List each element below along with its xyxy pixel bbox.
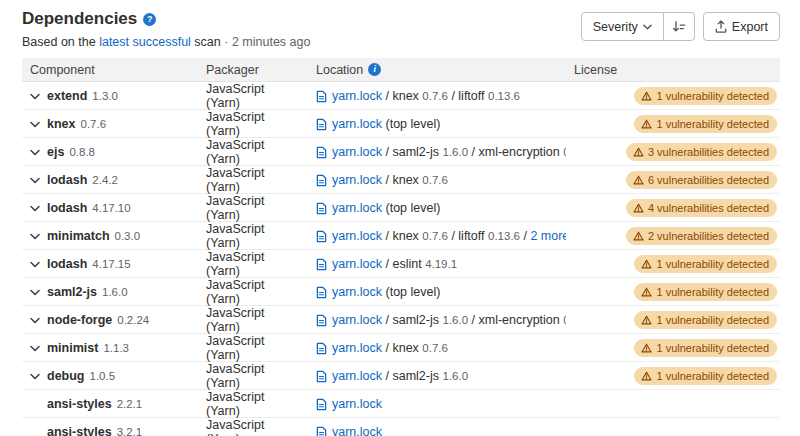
location-cell: yarn.lock / saml2-js 1.6.0 [308,369,566,383]
sort-direction-button[interactable] [663,12,695,41]
lockfile-icon [316,342,327,355]
packager-cell: JavaScript (Yarn) [198,110,308,138]
column-header-location: Location i [308,63,566,77]
expand-chevron-icon[interactable] [30,258,42,270]
packager-label: JavaScript (Yarn) [206,362,300,390]
lockfile-icon [316,370,327,383]
expand-chevron-icon[interactable] [30,230,42,242]
packager-cell: JavaScript (Yarn) [198,138,308,166]
dependency-path-name: saml2-js [392,369,439,383]
lockfile-link[interactable]: yarn.lock [332,229,382,243]
lockfile-link[interactable]: yarn.lock [332,257,382,271]
expand-chevron-icon[interactable] [30,314,42,326]
lockfile-link[interactable]: yarn.lock [332,145,382,159]
help-question-icon[interactable]: ? [143,13,156,26]
vulnerability-badge: 1 vulnerability detected [634,87,777,105]
expand-chevron-icon[interactable] [30,370,42,382]
lockfile-link[interactable]: yarn.lock [332,89,382,103]
lockfile-link[interactable]: yarn.lock [332,117,382,131]
path-separator: / [468,313,478,327]
export-button[interactable]: Export [703,12,780,41]
location-cell: yarn.lock / knex 0.7.6 [308,341,566,355]
dependency-path-name: knex [392,173,418,187]
table-row: lodash 4.17.15 JavaScript (Yarn) yarn.lo… [22,250,780,278]
vulnerability-cell: 1 vulnerability detected [686,311,780,329]
warning-triangle-icon [633,203,644,213]
vulnerability-badge: 1 vulnerability detected [634,339,777,357]
dependency-path-name: saml2-js [392,313,439,327]
vulnerability-badge: 1 vulnerability detected [634,311,777,329]
location-cell: yarn.lock / saml2-js 1.6.0 / xml-encrypt… [308,145,566,159]
column-header-component: Component [22,63,198,77]
component-name: ejs [47,145,64,159]
vulnerability-cell: 6 vulnerabilities detected [686,171,780,189]
lockfile-link[interactable]: yarn.lock [332,397,382,411]
packager-cell: JavaScript (Yarn) [198,82,308,110]
packager-label: JavaScript (Yarn) [206,418,300,436]
dependency-path-name: xml-encryption [478,145,559,159]
expand-chevron-icon[interactable] [30,118,42,130]
vulnerability-badge-label: 1 vulnerability detected [656,368,769,384]
severity-dropdown-button[interactable]: Severity [581,12,664,41]
lockfile-link[interactable]: yarn.lock [332,341,382,355]
path-separator: / [468,145,478,159]
warning-triangle-icon [641,371,652,381]
lockfile-icon [316,230,327,243]
vulnerability-badge: 4 vulnerabilities detected [626,199,777,217]
export-button-label: Export [732,20,768,34]
path-separator: / [382,341,392,355]
vulnerability-cell: 3 vulnerabilities detected [686,143,780,161]
warning-triangle-icon [641,259,652,269]
lockfile-link[interactable]: yarn.lock [332,201,382,215]
location-path: yarn.lock / eslint 4.19.1 [332,257,457,271]
expand-chevron-icon[interactable] [30,174,42,186]
location-path: yarn.lock / knex 0.7.6 / liftoff 0.13.6 … [332,229,566,243]
component-name: lodash [47,201,87,215]
dependency-path-version: 1.6.0 [442,370,468,382]
location-path: yarn.lock / saml2-js 1.6.0 [332,369,468,383]
location-cell: yarn.lock (top level) [308,201,566,215]
location-info-icon[interactable]: i [368,63,381,76]
component-cell: lodash 2.4.2 [22,173,198,187]
component-name: ansi-styles [47,425,112,436]
latest-successful-scan-link[interactable]: latest successful [99,35,191,49]
expand-chevron-icon[interactable] [30,286,42,298]
lockfile-link[interactable]: yarn.lock [332,369,382,383]
table-row: extend 1.3.0 JavaScript (Yarn) yarn.lock… [22,82,780,110]
vulnerability-badge-label: 1 vulnerability detected [656,284,769,300]
lockfile-link[interactable]: yarn.lock [332,285,382,299]
path-separator: / [382,257,392,271]
component-cell: minimist 1.1.3 [22,341,198,355]
location-path: yarn.lock [332,397,382,411]
location-path: yarn.lock (top level) [332,117,440,131]
component-cell: saml2-js 1.6.0 [22,285,198,299]
vulnerability-badge-label: 1 vulnerability detected [656,256,769,272]
location-note: (top level) [386,117,441,131]
vulnerability-badge: 1 vulnerability detected [634,255,777,273]
expand-chevron-icon[interactable] [30,202,42,214]
more-locations-link[interactable]: 2 more [530,229,566,243]
component-name: saml2-js [47,285,97,299]
location-cell: yarn.lock / knex 0.7.6 [308,173,566,187]
lockfile-link[interactable]: yarn.lock [332,173,382,187]
component-version: 1.1.3 [103,342,129,354]
dependency-path-version: 0.7.6 [422,230,448,242]
subtitle-prefix: Based on the [22,35,96,49]
location-cell: yarn.lock (top level) [308,117,566,131]
component-name: lodash [47,257,87,271]
vulnerability-badge-label: 1 vulnerability detected [656,340,769,356]
component-name: lodash [47,173,87,187]
expand-chevron-icon[interactable] [30,146,42,158]
vulnerability-badge: 1 vulnerability detected [634,115,777,133]
component-version: 1.0.5 [90,370,116,382]
lockfile-link[interactable]: yarn.lock [332,313,382,327]
warning-triangle-icon [633,147,644,157]
expand-chevron-icon[interactable] [30,90,42,102]
component-version: 0.3.0 [115,230,141,242]
location-cell: yarn.lock [308,397,566,411]
expand-chevron-icon[interactable] [30,342,42,354]
lockfile-link[interactable]: yarn.lock [332,425,382,436]
lockfile-icon [316,90,327,103]
packager-cell: JavaScript (Yarn) [198,334,308,362]
location-path: yarn.lock / knex 0.7.6 [332,173,448,187]
